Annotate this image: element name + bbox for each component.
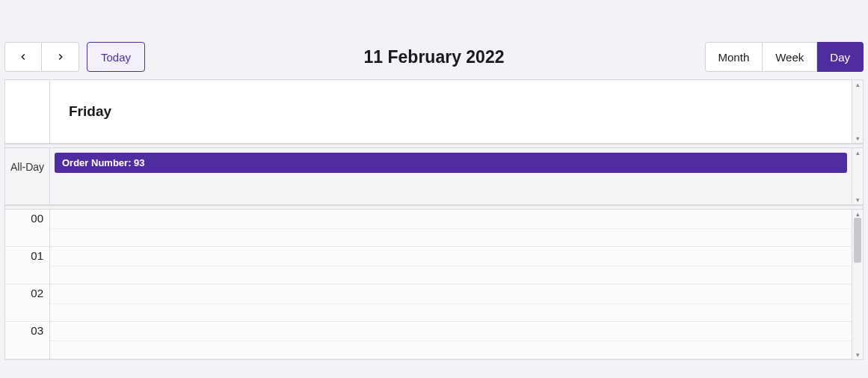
hour-row: 00 [5, 210, 852, 247]
allday-event[interactable]: Order Number: 93 [55, 153, 847, 173]
scroll-down-icon: ▾ [852, 351, 863, 359]
hour-label: 02 [5, 284, 50, 322]
day-name-header: Friday [50, 80, 852, 143]
time-grid: 00 01 02 03 [5, 210, 852, 359]
hour-row: 03 [5, 322, 852, 359]
scroll-up-icon: ▴ [852, 81, 863, 88]
page-title: 11 February 2022 [364, 47, 505, 67]
view-week-button[interactable]: Week [763, 42, 817, 72]
today-button[interactable]: Today [87, 42, 145, 72]
hour-label: 01 [5, 247, 50, 284]
allday-content[interactable]: Order Number: 93 [50, 148, 852, 204]
hour-row: 02 [5, 284, 852, 322]
hour-label: 03 [5, 322, 50, 359]
time-gutter-header [5, 80, 50, 143]
hour-cell[interactable] [50, 210, 852, 247]
hour-cell[interactable] [50, 284, 852, 322]
hour-row: 01 [5, 247, 852, 284]
allday-label: All-Day [5, 148, 50, 204]
scroll-down-icon: ▾ [852, 196, 863, 204]
day-header-row: Friday ▴ ▾ [5, 80, 863, 144]
nav-button-group [4, 42, 79, 72]
scrollbar-stub[interactable]: ▴ ▾ [852, 148, 863, 204]
chevron-left-icon [18, 52, 28, 62]
time-scrollbar[interactable]: ▴ ▾ [852, 210, 863, 359]
toolbar-left: Today [4, 42, 145, 72]
time-grid-wrapper: 00 01 02 03 ▴ ▾ [5, 210, 863, 359]
scroll-down-icon: ▾ [852, 135, 863, 142]
hour-label: 00 [5, 210, 50, 247]
view-month-button[interactable]: Month [705, 42, 763, 72]
calendar-container: Friday ▴ ▾ All-Day Order Number: 93 ▴ ▾ … [4, 79, 864, 360]
scrollbar-stub[interactable]: ▴ ▾ [852, 80, 863, 143]
prev-button[interactable] [4, 42, 42, 72]
calendar-toolbar: Today 11 February 2022 Month Week Day [4, 42, 864, 79]
scroll-up-icon: ▴ [852, 210, 863, 218]
hour-cell[interactable] [50, 247, 852, 284]
view-day-button[interactable]: Day [817, 42, 864, 72]
view-button-group: Month Week Day [705, 42, 864, 72]
scroll-up-icon: ▴ [852, 149, 863, 156]
hour-cell[interactable] [50, 322, 852, 359]
next-button[interactable] [42, 42, 79, 72]
scroll-thumb[interactable] [854, 218, 861, 263]
chevron-right-icon [55, 52, 66, 62]
allday-row: All-Day Order Number: 93 ▴ ▾ [5, 148, 863, 205]
